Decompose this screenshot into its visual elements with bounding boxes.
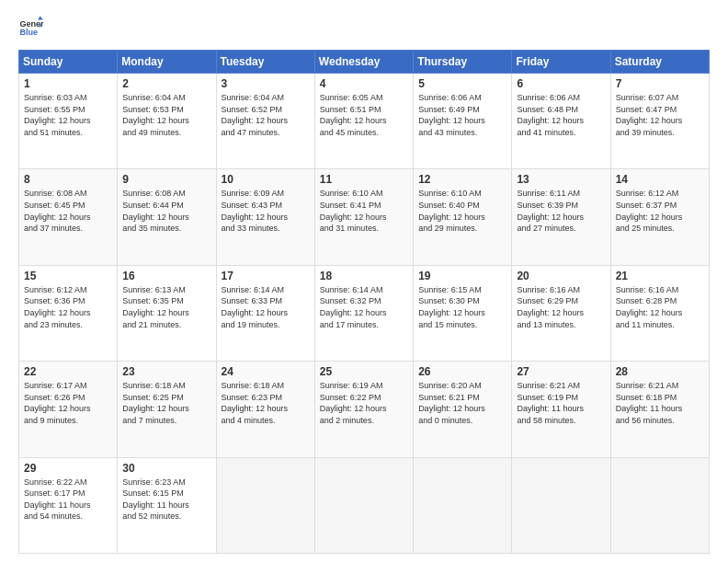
day-info: Sunrise: 6:04 AM Sunset: 6:52 PM Dayligh… bbox=[222, 92, 310, 138]
calendar-cell: 8Sunrise: 6:08 AM Sunset: 6:45 PM Daylig… bbox=[19, 169, 118, 265]
calendar-cell bbox=[512, 457, 610, 553]
day-number: 11 bbox=[320, 173, 408, 186]
day-header-monday: Monday bbox=[118, 51, 216, 74]
day-info: Sunrise: 6:06 AM Sunset: 6:48 PM Dayligh… bbox=[517, 92, 605, 138]
day-info: Sunrise: 6:06 AM Sunset: 6:49 PM Dayligh… bbox=[418, 92, 506, 138]
day-info: Sunrise: 6:08 AM Sunset: 6:44 PM Dayligh… bbox=[122, 188, 210, 234]
day-number: 13 bbox=[517, 173, 605, 186]
calendar-cell: 3Sunrise: 6:04 AM Sunset: 6:52 PM Daylig… bbox=[216, 74, 314, 169]
day-info: Sunrise: 6:17 AM Sunset: 6:26 PM Dayligh… bbox=[24, 380, 112, 426]
calendar-week-1: 1Sunrise: 6:03 AM Sunset: 6:55 PM Daylig… bbox=[19, 74, 710, 169]
calendar-cell: 21Sunrise: 6:16 AM Sunset: 6:28 PM Dayli… bbox=[610, 265, 709, 361]
calendar-cell: 17Sunrise: 6:14 AM Sunset: 6:33 PM Dayli… bbox=[216, 265, 314, 361]
day-number: 5 bbox=[418, 77, 506, 90]
day-info: Sunrise: 6:18 AM Sunset: 6:23 PM Dayligh… bbox=[222, 380, 310, 426]
day-number: 1 bbox=[24, 77, 112, 90]
day-number: 8 bbox=[24, 173, 112, 186]
day-header-wednesday: Wednesday bbox=[314, 51, 413, 74]
day-info: Sunrise: 6:15 AM Sunset: 6:30 PM Dayligh… bbox=[418, 284, 506, 330]
day-number: 21 bbox=[616, 270, 704, 282]
calendar-cell: 16Sunrise: 6:13 AM Sunset: 6:35 PM Dayli… bbox=[118, 265, 216, 361]
header: General Blue bbox=[18, 15, 710, 40]
day-info: Sunrise: 6:08 AM Sunset: 6:45 PM Dayligh… bbox=[24, 188, 112, 234]
calendar-cell: 27Sunrise: 6:21 AM Sunset: 6:19 PM Dayli… bbox=[512, 362, 610, 457]
day-number: 9 bbox=[122, 173, 210, 186]
day-info: Sunrise: 6:03 AM Sunset: 6:55 PM Dayligh… bbox=[24, 92, 112, 138]
calendar-cell: 29Sunrise: 6:22 AM Sunset: 6:17 PM Dayli… bbox=[19, 457, 118, 553]
calendar-cell: 10Sunrise: 6:09 AM Sunset: 6:43 PM Dayli… bbox=[216, 169, 314, 265]
day-info: Sunrise: 6:23 AM Sunset: 6:15 PM Dayligh… bbox=[122, 477, 210, 523]
day-number: 30 bbox=[122, 462, 210, 475]
calendar-cell: 6Sunrise: 6:06 AM Sunset: 6:48 PM Daylig… bbox=[512, 74, 610, 169]
calendar-cell: 19Sunrise: 6:15 AM Sunset: 6:30 PM Dayli… bbox=[414, 265, 512, 361]
day-number: 17 bbox=[222, 270, 310, 282]
page: General Blue SundayMondayTuesdayWednesda… bbox=[0, 0, 728, 563]
calendar-cell: 2Sunrise: 6:04 AM Sunset: 6:53 PM Daylig… bbox=[118, 74, 216, 169]
calendar-cell: 9Sunrise: 6:08 AM Sunset: 6:44 PM Daylig… bbox=[118, 169, 216, 265]
calendar-cell bbox=[610, 457, 709, 553]
day-info: Sunrise: 6:12 AM Sunset: 6:37 PM Dayligh… bbox=[616, 188, 704, 234]
day-number: 16 bbox=[122, 270, 210, 282]
day-info: Sunrise: 6:10 AM Sunset: 6:41 PM Dayligh… bbox=[320, 188, 408, 234]
day-info: Sunrise: 6:16 AM Sunset: 6:29 PM Dayligh… bbox=[517, 284, 605, 330]
calendar-week-3: 15Sunrise: 6:12 AM Sunset: 6:36 PM Dayli… bbox=[19, 265, 710, 361]
calendar-table: SundayMondayTuesdayWednesdayThursdayFrid… bbox=[18, 50, 710, 554]
day-info: Sunrise: 6:10 AM Sunset: 6:40 PM Dayligh… bbox=[418, 188, 506, 234]
day-info: Sunrise: 6:18 AM Sunset: 6:25 PM Dayligh… bbox=[122, 380, 210, 426]
day-info: Sunrise: 6:21 AM Sunset: 6:19 PM Dayligh… bbox=[517, 380, 605, 426]
calendar-cell bbox=[216, 457, 314, 553]
day-number: 18 bbox=[320, 270, 408, 282]
svg-marker-2 bbox=[38, 16, 43, 19]
day-number: 27 bbox=[517, 365, 605, 378]
day-number: 22 bbox=[24, 365, 112, 378]
calendar-cell: 7Sunrise: 6:07 AM Sunset: 6:47 PM Daylig… bbox=[610, 74, 709, 169]
calendar-cell: 30Sunrise: 6:23 AM Sunset: 6:15 PM Dayli… bbox=[118, 457, 216, 553]
day-info: Sunrise: 6:19 AM Sunset: 6:22 PM Dayligh… bbox=[320, 380, 408, 426]
calendar-cell: 25Sunrise: 6:19 AM Sunset: 6:22 PM Dayli… bbox=[314, 362, 413, 457]
day-info: Sunrise: 6:04 AM Sunset: 6:53 PM Dayligh… bbox=[122, 92, 210, 138]
day-number: 19 bbox=[418, 270, 506, 282]
day-number: 6 bbox=[517, 77, 605, 90]
day-info: Sunrise: 6:22 AM Sunset: 6:17 PM Dayligh… bbox=[24, 477, 112, 523]
day-number: 24 bbox=[222, 365, 310, 378]
calendar-cell: 26Sunrise: 6:20 AM Sunset: 6:21 PM Dayli… bbox=[414, 362, 512, 457]
calendar-week-4: 22Sunrise: 6:17 AM Sunset: 6:26 PM Dayli… bbox=[19, 362, 710, 457]
calendar-cell: 11Sunrise: 6:10 AM Sunset: 6:41 PM Dayli… bbox=[314, 169, 413, 265]
calendar-cell: 5Sunrise: 6:06 AM Sunset: 6:49 PM Daylig… bbox=[414, 74, 512, 169]
calendar-cell: 24Sunrise: 6:18 AM Sunset: 6:23 PM Dayli… bbox=[216, 362, 314, 457]
calendar-cell: 22Sunrise: 6:17 AM Sunset: 6:26 PM Dayli… bbox=[19, 362, 118, 457]
calendar-header-row: SundayMondayTuesdayWednesdayThursdayFrid… bbox=[19, 51, 710, 74]
calendar-week-2: 8Sunrise: 6:08 AM Sunset: 6:45 PM Daylig… bbox=[19, 169, 710, 265]
calendar-cell: 1Sunrise: 6:03 AM Sunset: 6:55 PM Daylig… bbox=[19, 74, 118, 169]
day-info: Sunrise: 6:05 AM Sunset: 6:51 PM Dayligh… bbox=[320, 92, 408, 138]
day-info: Sunrise: 6:07 AM Sunset: 6:47 PM Dayligh… bbox=[616, 92, 704, 138]
day-number: 20 bbox=[517, 270, 605, 282]
day-info: Sunrise: 6:20 AM Sunset: 6:21 PM Dayligh… bbox=[418, 380, 506, 426]
day-number: 14 bbox=[616, 173, 704, 186]
day-number: 7 bbox=[616, 77, 704, 90]
day-info: Sunrise: 6:11 AM Sunset: 6:39 PM Dayligh… bbox=[517, 188, 605, 234]
calendar-cell: 20Sunrise: 6:16 AM Sunset: 6:29 PM Dayli… bbox=[512, 265, 610, 361]
day-info: Sunrise: 6:12 AM Sunset: 6:36 PM Dayligh… bbox=[24, 284, 112, 330]
day-number: 23 bbox=[122, 365, 210, 378]
logo-icon: General Blue bbox=[18, 15, 44, 40]
day-number: 4 bbox=[320, 77, 408, 90]
day-number: 15 bbox=[24, 270, 112, 282]
day-number: 28 bbox=[616, 365, 704, 378]
calendar-cell: 15Sunrise: 6:12 AM Sunset: 6:36 PM Dayli… bbox=[19, 265, 118, 361]
calendar-cell: 28Sunrise: 6:21 AM Sunset: 6:18 PM Dayli… bbox=[610, 362, 709, 457]
day-number: 25 bbox=[320, 365, 408, 378]
day-header-tuesday: Tuesday bbox=[216, 51, 314, 74]
calendar-cell: 4Sunrise: 6:05 AM Sunset: 6:51 PM Daylig… bbox=[314, 74, 413, 169]
calendar-cell bbox=[414, 457, 512, 553]
day-number: 3 bbox=[222, 77, 310, 90]
day-number: 29 bbox=[24, 462, 112, 475]
logo: General Blue bbox=[18, 15, 44, 40]
day-info: Sunrise: 6:14 AM Sunset: 6:32 PM Dayligh… bbox=[320, 284, 408, 330]
calendar-cell: 12Sunrise: 6:10 AM Sunset: 6:40 PM Dayli… bbox=[414, 169, 512, 265]
day-info: Sunrise: 6:16 AM Sunset: 6:28 PM Dayligh… bbox=[616, 284, 704, 330]
calendar-cell: 14Sunrise: 6:12 AM Sunset: 6:37 PM Dayli… bbox=[610, 169, 709, 265]
calendar-cell bbox=[314, 457, 413, 553]
day-info: Sunrise: 6:09 AM Sunset: 6:43 PM Dayligh… bbox=[222, 188, 310, 234]
day-number: 10 bbox=[222, 173, 310, 186]
